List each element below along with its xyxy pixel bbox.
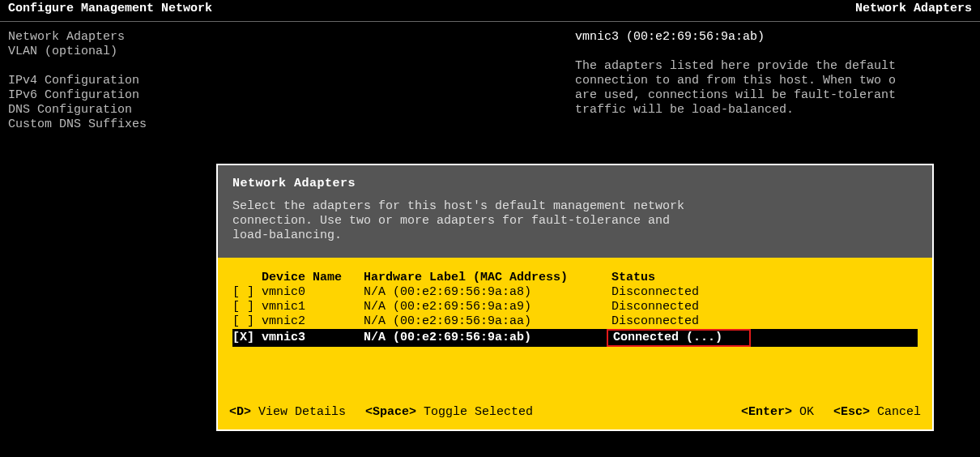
table-header: Device Name Hardware Label (MAC Address)… xyxy=(232,271,918,285)
right-info-panel: vmnic3 (00:e2:69:56:9a:ab) The adapters … xyxy=(575,30,972,132)
table-row[interactable]: [ ] vmnic2 N/A (00:e2:69:56:9a:aa) Disco… xyxy=(232,314,918,329)
toggle-selected-hint[interactable]: <Space> Toggle Selected xyxy=(365,405,533,420)
table-row[interactable]: [X] vmnic3 N/A (00:e2:69:56:9a:ab) Conne… xyxy=(232,329,918,347)
table-row[interactable]: [ ] vmnic1 N/A (00:e2:69:56:9a:a9) Disco… xyxy=(232,300,918,314)
adapter-table: Device Name Hardware Label (MAC Address)… xyxy=(232,271,918,347)
left-menu-item[interactable]: IPv4 Configuration xyxy=(8,74,575,88)
left-menu-item[interactable]: Network Adapters xyxy=(8,30,575,45)
left-menu-item[interactable]: VLAN (optional) xyxy=(8,45,575,59)
dialog-title: Network Adapters xyxy=(232,177,918,191)
divider xyxy=(0,21,980,22)
status-highlight: Connected (...) xyxy=(607,329,751,347)
network-adapters-dialog: Network Adapters Select the adapters for… xyxy=(216,164,934,431)
selected-adapter-title: vmnic3 (00:e2:69:56:9a:ab) xyxy=(575,30,972,45)
info-text-line: The adapters listed here provide the def… xyxy=(575,59,972,74)
info-text-line: connection to and from this host. When t… xyxy=(575,74,972,88)
left-menu-item[interactable]: IPv6 Configuration xyxy=(8,88,575,103)
cancel-hint[interactable]: <Esc> Cancel xyxy=(833,405,921,420)
info-text-line: are used, connections will be fault-tole… xyxy=(575,88,972,103)
info-text-line: traffic will be load-balanced. xyxy=(575,103,972,117)
page-title-right: Network Adapters xyxy=(855,2,972,16)
view-details-hint[interactable]: <D> View Details xyxy=(229,405,346,420)
ok-hint[interactable]: <Enter> OK xyxy=(741,405,814,420)
dialog-description: Select the adapters for this host's defa… xyxy=(232,199,918,243)
left-menu-item[interactable] xyxy=(8,59,575,74)
table-row[interactable]: [ ] vmnic0 N/A (00:e2:69:56:9a:a8) Disco… xyxy=(232,285,918,300)
dialog-footer: <D> View Details <Space> Toggle Selected… xyxy=(218,397,932,429)
left-menu: Network AdaptersVLAN (optional) IPv4 Con… xyxy=(8,30,575,132)
left-menu-item[interactable]: Custom DNS Suffixes xyxy=(8,117,575,132)
page-title-left: Configure Management Network xyxy=(8,2,212,16)
left-menu-item[interactable]: DNS Configuration xyxy=(8,103,575,117)
